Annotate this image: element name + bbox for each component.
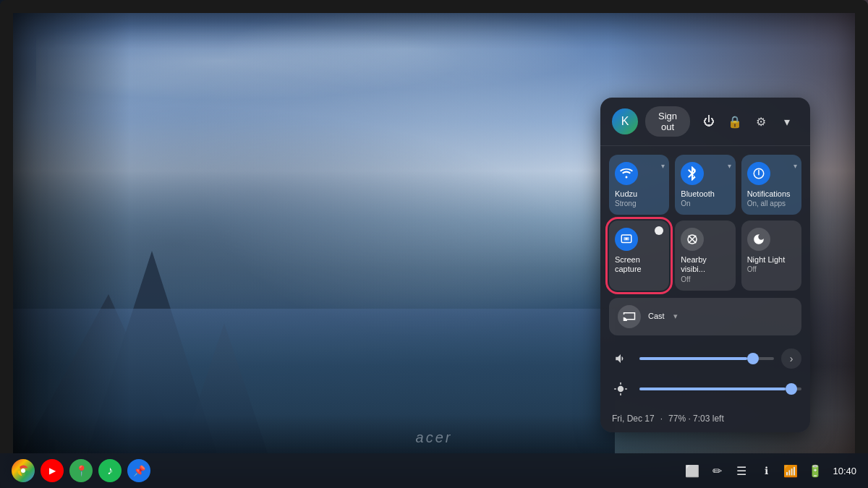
night-light-sublabel: Off (747, 265, 757, 273)
cast-tile[interactable]: Cast ▾ (609, 298, 801, 335)
notifications-icon (747, 162, 770, 185)
nearby-share-sublabel: Off (681, 275, 690, 283)
volume-expand-button[interactable]: › (781, 348, 801, 369)
cast-label: Cast (648, 312, 665, 321)
volume-slider-thumb[interactable] (747, 353, 759, 364)
signout-button[interactable]: Sign out (645, 106, 690, 137)
night-light-label: Night Light (747, 255, 786, 265)
qs-topbar: K Sign out ⏻ 🔒 ⚙ ▾ (600, 98, 810, 146)
screen-capture-tile[interactable]: Screencapture (609, 221, 669, 290)
lock-icon[interactable]: 🔒 (723, 110, 746, 133)
qs-footer: Fri, Dec 17 · 77% · 7:03 left (600, 409, 810, 432)
brightness-slider-track[interactable] (639, 388, 801, 390)
bluetooth-sublabel: On (681, 200, 690, 207)
info-taskbar-icon[interactable]: ℹ (756, 461, 776, 481)
bluetooth-icon (681, 162, 704, 185)
brightness-icon (609, 377, 632, 401)
acer-logo: acer (416, 429, 453, 446)
battery-taskbar-icon[interactable]: 🔋 (805, 461, 825, 481)
notifications-sublabel: On, all apps (747, 200, 786, 207)
bluetooth-label: Bluetooth (681, 189, 714, 199)
quick-settings-panel: K Sign out ⏻ 🔒 ⚙ ▾ Kudzu Strong ▾ (600, 98, 810, 432)
blue-pin-icon[interactable]: 📌 (127, 459, 150, 482)
wifi-sublabel: Strong (615, 200, 636, 207)
brightness-slider-row (609, 377, 801, 401)
volume-slider-row: › (609, 347, 801, 370)
nearby-share-label: Nearby visibi... (681, 255, 729, 274)
wifi-tile[interactable]: Kudzu Strong ▾ (609, 155, 669, 215)
nearby-share-tile[interactable]: Nearby visibi... Off (675, 221, 735, 290)
expand-icon[interactable]: ▾ (775, 110, 799, 133)
taskbar: ▶ 📍 ♪ 📌 ⬜ ✏ ☰ ℹ 📶 🔋 10:40 (0, 453, 868, 488)
volume-slider-fill (639, 357, 747, 360)
footer-battery: 77% · 7:03 left (668, 414, 724, 424)
night-light-tile[interactable]: Night Light Off (741, 221, 801, 290)
notifications-tile[interactable]: Notifications On, all apps ▾ (741, 155, 801, 215)
settings-icon[interactable]: ⚙ (749, 110, 773, 133)
svg-point-4 (626, 238, 628, 240)
youtube-icon[interactable]: ▶ (41, 459, 64, 482)
screen-capture-icon (615, 228, 638, 251)
wifi-taskbar-icon[interactable]: 📶 (780, 461, 801, 481)
chrome-icon[interactable] (12, 459, 35, 482)
footer-separator: · (660, 414, 663, 424)
bluetooth-tile[interactable]: Bluetooth On ▾ (675, 155, 735, 215)
wifi-expand-icon[interactable]: ▾ (661, 162, 665, 170)
maps-icon[interactable]: 📍 (69, 459, 93, 482)
svg-point-8 (21, 468, 25, 473)
nearby-share-icon (681, 228, 704, 251)
qs-toggle-grid: Kudzu Strong ▾ Bluetooth On ▾ Notif (600, 146, 810, 295)
brightness-slider-fill (639, 388, 786, 390)
footer-date: Fri, Dec 17 (612, 414, 655, 424)
taskbar-right: ⬜ ✏ ☰ ℹ 📶 🔋 10:40 (682, 461, 856, 481)
qs-sliders: › (600, 341, 810, 409)
menu-taskbar-icon[interactable]: ☰ (731, 461, 752, 481)
cast-icon (618, 305, 641, 328)
notifications-label: Notifications (747, 189, 791, 199)
night-light-icon (747, 228, 770, 251)
bluetooth-expand-icon[interactable]: ▾ (728, 162, 731, 170)
screenshot-taskbar-icon[interactable]: ⬜ (682, 461, 702, 481)
volume-icon (609, 347, 632, 370)
power-icon[interactable]: ⏻ (697, 110, 720, 133)
cursor-dot (655, 226, 663, 235)
stylus-taskbar-icon[interactable]: ✏ (707, 461, 727, 481)
spotify-icon[interactable]: ♪ (98, 459, 122, 482)
notifications-expand-icon[interactable]: ▾ (793, 162, 797, 170)
qs-topbar-icons: ⏻ 🔒 ⚙ ▾ (697, 110, 799, 133)
qs-avatar: K (612, 108, 638, 134)
brightness-slider-thumb[interactable] (786, 383, 797, 395)
cast-row: Cast ▾ (600, 295, 810, 341)
screen-capture-label: Screencapture (615, 255, 642, 274)
taskbar-left: ▶ 📍 ♪ 📌 (12, 459, 682, 482)
wifi-icon (615, 162, 638, 185)
taskbar-time: 10:40 (833, 466, 856, 476)
cast-expand-arrow: ▾ (673, 312, 678, 321)
volume-slider-track[interactable] (639, 357, 774, 360)
wifi-label: Kudzu (615, 189, 637, 199)
